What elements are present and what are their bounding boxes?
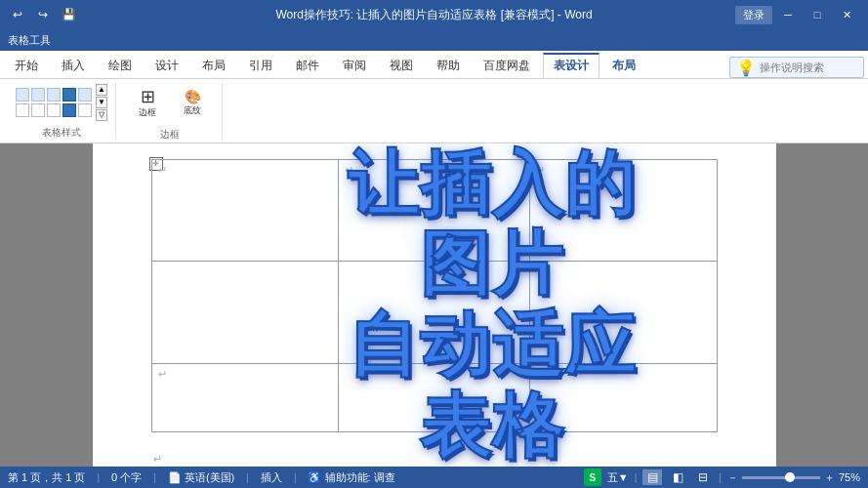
tab-layout[interactable]: 布局 bbox=[191, 53, 236, 78]
quick-save-button[interactable]: 💾 bbox=[59, 5, 78, 24]
table-row: ↵ ↵ ↵ bbox=[151, 159, 717, 262]
language-icon: 📄 bbox=[168, 471, 182, 483]
title-bar: ↩ ↪ 💾 Word操作技巧: 让插入的图片自动适应表格 [兼容模式] - Wo… bbox=[0, 0, 868, 29]
zoom-in-button[interactable]: ＋ bbox=[824, 470, 835, 485]
zoom-track[interactable] bbox=[742, 476, 820, 479]
print-view-button[interactable]: ▤ bbox=[642, 469, 662, 485]
return-mark: ↵ bbox=[158, 164, 167, 177]
table-tools-bar: 表格工具 bbox=[0, 29, 868, 51]
table-cell bbox=[338, 262, 530, 364]
minimize-button[interactable]: ─ bbox=[774, 5, 802, 24]
zoom-thumb[interactable] bbox=[785, 472, 795, 482]
table-cell bbox=[338, 363, 530, 431]
search-icon: 💡 bbox=[736, 59, 756, 77]
doc-language: 📄 英语(美国) bbox=[168, 470, 234, 485]
char-count: 0 个字 bbox=[111, 470, 142, 485]
tab-insert[interactable]: 插入 bbox=[51, 53, 96, 78]
document-page: ✛ ↵ ↵ ↵ ↵ bbox=[93, 143, 776, 467]
return-mark: ↵ bbox=[345, 164, 353, 177]
gallery-expand[interactable]: ▽ bbox=[96, 109, 107, 121]
table-row: ↵ ↵ bbox=[151, 363, 717, 431]
gallery-scroll-up[interactable]: ▲ bbox=[96, 84, 107, 96]
return-mark: ↵ bbox=[536, 368, 545, 381]
search-input[interactable] bbox=[760, 61, 857, 73]
table-cell: ↵ bbox=[530, 363, 717, 431]
status-bar: 第 1 页，共 1 页 | 0 个字 | 📄 英语(美国) | 插入 | ♿ 辅… bbox=[0, 467, 868, 488]
brand-name: 五▼ bbox=[607, 470, 629, 485]
tab-help[interactable]: 帮助 bbox=[426, 53, 471, 78]
tab-baidu[interactable]: 百度网盘 bbox=[473, 53, 541, 78]
table-cell bbox=[151, 262, 338, 364]
shading-button[interactable]: 🎨 底纹 bbox=[171, 83, 214, 124]
borders-button[interactable]: ⊞ 边框 bbox=[126, 83, 169, 124]
undo-icon: ↩ bbox=[13, 8, 22, 21]
tab-mail[interactable]: 邮件 bbox=[285, 53, 330, 78]
close-button[interactable]: ✕ bbox=[833, 5, 860, 24]
status-sep6: | bbox=[719, 472, 722, 483]
table-styles-label: 表格样式 bbox=[42, 126, 81, 140]
tab-review[interactable]: 审阅 bbox=[332, 53, 377, 78]
tab-view[interactable]: 视图 bbox=[379, 53, 424, 78]
status-sep4: | bbox=[294, 472, 297, 483]
document-area: ✛ ↵ ↵ ↵ ↵ bbox=[0, 143, 868, 467]
borders-label: 边框 bbox=[160, 128, 180, 142]
ribbon-content: ▲ ▼ ▽ 表格样式 ⊞ 边框 🎨 底纹 边框 bbox=[0, 79, 868, 142]
table-style-buttons: ▲ ▼ ▽ bbox=[16, 83, 107, 122]
zoom-level: 75% bbox=[839, 471, 860, 483]
status-right: S 五▼ | ▤ ◧ ⊟ | － ＋ 75% bbox=[584, 468, 860, 486]
ribbon-group-borders: ⊞ 边框 🎨 底纹 边框 bbox=[118, 83, 223, 140]
accessibility-icon: ♿ bbox=[308, 471, 321, 483]
ribbon-tabs: 开始 插入 绘图 设计 布局 引用 邮件 审阅 视图 帮助 百度网盘 表设计 布… bbox=[0, 51, 868, 79]
table-tools-label: 表格工具 bbox=[8, 33, 51, 48]
document-table: ↵ ↵ ↵ ↵ ↵ bbox=[151, 159, 718, 432]
return-mark: ↵ bbox=[536, 164, 545, 177]
table-cell: ↵ bbox=[151, 363, 338, 431]
status-sep5: | bbox=[635, 472, 638, 483]
border-buttons: ⊞ 边框 🎨 底纹 bbox=[126, 83, 214, 124]
title-bar-left: ↩ ↪ 💾 bbox=[8, 5, 78, 24]
tab-home[interactable]: 开始 bbox=[4, 53, 49, 78]
restore-button[interactable]: □ bbox=[804, 5, 831, 24]
tab-tabledesign[interactable]: 表设计 bbox=[543, 53, 599, 78]
title-bar-right: 登录 ─ □ ✕ bbox=[735, 5, 860, 24]
accessibility-info: ♿ 辅助功能: 调查 bbox=[308, 470, 394, 485]
tab-design[interactable]: 设计 bbox=[145, 53, 189, 78]
zoom-out-button[interactable]: － bbox=[727, 470, 738, 485]
zoom-slider: － ＋ 75% bbox=[727, 470, 860, 485]
return-mark: ↵ bbox=[158, 368, 167, 381]
table-style-gallery[interactable] bbox=[16, 88, 92, 117]
save-icon: 💾 bbox=[62, 8, 76, 21]
redo-icon: ↪ bbox=[38, 8, 48, 21]
read-view-button[interactable]: ◧ bbox=[668, 469, 687, 485]
borders-icon: ⊞ bbox=[141, 88, 155, 105]
tab-ref[interactable]: 引用 bbox=[238, 53, 283, 78]
ribbon-group-table-styles: ▲ ▼ ▽ 表格样式 bbox=[8, 83, 116, 140]
table-cell: ↵ bbox=[151, 159, 338, 262]
wps-logo: S bbox=[584, 468, 601, 486]
status-sep3: | bbox=[246, 472, 249, 483]
table-cell: ↵ bbox=[338, 159, 530, 262]
edit-mode: 插入 bbox=[261, 470, 282, 485]
tab-draw[interactable]: 绘图 bbox=[98, 53, 143, 78]
status-sep2: | bbox=[153, 472, 156, 483]
status-sep1: | bbox=[97, 472, 100, 483]
shading-icon: 🎨 bbox=[185, 90, 201, 103]
ribbon-search-box[interactable]: 💡 bbox=[729, 57, 864, 78]
table-cell bbox=[530, 262, 717, 364]
login-button[interactable]: 登录 bbox=[735, 6, 772, 24]
window-title: Word操作技巧: 让插入的图片自动适应表格 [兼容模式] - Word bbox=[275, 7, 592, 23]
page-info: 第 1 页，共 1 页 bbox=[8, 470, 85, 485]
ribbon: 开始 插入 绘图 设计 布局 引用 邮件 审阅 视图 帮助 百度网盘 表设计 布… bbox=[0, 51, 868, 143]
tab-tablelayout[interactable]: 布局 bbox=[601, 53, 646, 78]
redo-button[interactable]: ↪ bbox=[33, 5, 53, 24]
table-cell: ↵ bbox=[530, 159, 717, 262]
doc-return-mark: ↵ bbox=[153, 453, 162, 466]
table-row bbox=[151, 262, 717, 364]
undo-button[interactable]: ↩ bbox=[8, 5, 27, 24]
web-view-button[interactable]: ⊟ bbox=[693, 469, 713, 485]
gallery-scroll-down[interactable]: ▼ bbox=[96, 97, 107, 108]
